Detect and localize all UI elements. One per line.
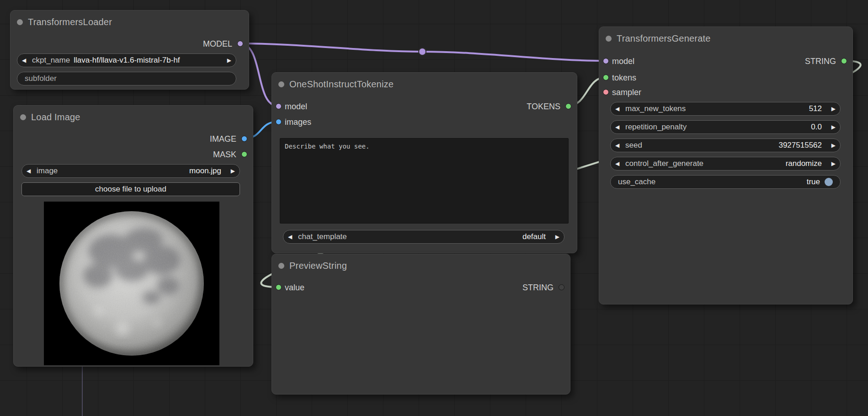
increment-arrow-icon[interactable]: ▶	[827, 139, 836, 152]
node-preview-string[interactable]: PreviewString value STRING	[272, 254, 570, 395]
prompt-textarea[interactable]: Describe what you see.	[280, 138, 569, 224]
node-oneshot-instruct-tokenize[interactable]: OneShotInstructTokenize model images TOK…	[272, 72, 577, 253]
increment-arrow-icon[interactable]: ▶	[227, 165, 235, 177]
choose-file-label: choose file to upload	[95, 185, 166, 194]
widget-ckpt-name[interactable]: ◀ ckpt_name llava-hf/llava-v1.6-mistral-…	[17, 53, 236, 67]
widget-value: 512	[809, 104, 822, 113]
collapse-dot-icon[interactable]	[17, 19, 23, 25]
widget-value: 3927515562	[778, 141, 822, 150]
model-output-port[interactable]	[237, 41, 243, 47]
string-output-port[interactable]	[559, 284, 564, 290]
widget-label: seed	[625, 141, 642, 150]
increment-arrow-icon[interactable]: ▶	[827, 157, 836, 170]
input-label-tokens: tokens	[612, 72, 636, 84]
collapse-dot-icon[interactable]	[606, 36, 612, 42]
widget-label: ckpt_name	[32, 56, 70, 65]
widget-image-file[interactable]: ◀ image moon.jpg ▶	[21, 164, 240, 178]
widget-label: image	[37, 166, 58, 176]
widget-seed[interactable]: ◀ seed 3927515562 ▶	[610, 139, 841, 152]
input-label-model: model	[285, 101, 307, 112]
node-editor-canvas[interactable]: TransformersLoader MODEL ◀ ckpt_name lla…	[0, 0, 868, 416]
wire-reroute-to-generate	[422, 52, 606, 61]
node-title: TransformersLoader	[28, 17, 112, 27]
output-label-model: MODEL	[203, 38, 232, 50]
input-label-images: images	[285, 116, 311, 128]
tokens-output-port[interactable]	[565, 103, 571, 109]
increment-arrow-icon[interactable]: ▶	[223, 54, 231, 67]
tokens-input-port[interactable]	[603, 75, 609, 80]
widget-use-cache[interactable]: use_cache true	[610, 175, 841, 189]
node-title: PreviewString	[289, 261, 347, 271]
node-title: TransformersGenerate	[617, 33, 711, 44]
node-title: Load Image	[31, 112, 80, 123]
decrement-arrow-icon[interactable]: ◀	[22, 54, 30, 67]
node-title-bar[interactable]: TransformersLoader	[11, 11, 249, 29]
input-label-sampler: sampler	[612, 86, 641, 98]
image-preview	[44, 202, 219, 365]
value-input-port[interactable]	[276, 284, 282, 290]
node-title-bar[interactable]: OneShotInstructTokenize	[272, 73, 577, 91]
collapse-dot-icon[interactable]	[278, 263, 284, 269]
node-transformers-loader[interactable]: TransformersLoader MODEL ◀ ckpt_name lla…	[10, 10, 249, 90]
node-title: OneShotInstructTokenize	[289, 79, 394, 90]
image-output-port[interactable]	[241, 136, 247, 142]
widget-max-new-tokens[interactable]: ◀ max_new_tokens 512 ▶	[610, 102, 841, 116]
node-title-bar[interactable]: Load Image	[14, 106, 253, 124]
widget-value: 0.0	[811, 123, 822, 132]
model-input-port[interactable]	[276, 103, 282, 109]
widget-label: control_after_generate	[625, 159, 703, 168]
collapse-dot-icon[interactable]	[278, 81, 284, 87]
decrement-arrow-icon[interactable]: ◀	[615, 157, 623, 170]
node-transformers-generate[interactable]: TransformersGenerate model tokens sample…	[599, 27, 853, 304]
increment-arrow-icon[interactable]: ▶	[827, 121, 836, 133]
subfolder-input[interactable]: subfolder	[17, 72, 236, 85]
increment-arrow-icon[interactable]: ▶	[827, 102, 836, 115]
increment-arrow-icon[interactable]: ▶	[551, 230, 559, 243]
widget-label: use_cache	[618, 177, 655, 187]
widget-label: max_new_tokens	[625, 104, 686, 113]
reroute-dot[interactable]	[419, 48, 426, 55]
decrement-arrow-icon[interactable]: ◀	[615, 139, 623, 152]
collapse-dot-icon[interactable]	[20, 114, 26, 120]
widget-value: true	[807, 177, 820, 187]
output-label-string: STRING	[522, 282, 554, 293]
decrement-arrow-icon[interactable]: ◀	[615, 121, 623, 133]
node-title-bar[interactable]: PreviewString	[272, 254, 570, 272]
model-input-port[interactable]	[603, 58, 609, 64]
choose-file-button[interactable]: choose file to upload	[21, 182, 240, 196]
widget-value: llava-hf/llava-v1.6-mistral-7b-hf	[74, 56, 180, 65]
wire-model-to-reroute	[240, 43, 422, 52]
output-label-string: STRING	[805, 55, 836, 67]
widget-value: moon.jpg	[189, 166, 221, 176]
decrement-arrow-icon[interactable]: ◀	[615, 102, 623, 115]
output-label-image: IMAGE	[210, 133, 236, 145]
mask-output-port[interactable]	[241, 151, 247, 157]
widget-label: repetition_penalty	[625, 123, 687, 132]
input-label-model: model	[612, 55, 634, 67]
moon-image	[44, 202, 219, 365]
output-label-tokens: TOKENS	[527, 101, 560, 112]
widget-value: default	[522, 232, 546, 241]
widget-chat-template[interactable]: ◀ chat_template default ▶	[283, 230, 564, 244]
string-output-port[interactable]	[841, 58, 847, 64]
widget-value: randomize	[786, 159, 822, 168]
node-title-bar[interactable]: TransformersGenerate	[599, 27, 852, 45]
output-label-mask: MASK	[213, 149, 236, 160]
images-input-port[interactable]	[276, 119, 282, 125]
node-load-image[interactable]: Load Image IMAGE MASK ◀ image moon.jpg ▶…	[13, 105, 253, 367]
widget-control-after-generate[interactable]: ◀ control_after_generate randomize ▶	[610, 157, 841, 171]
decrement-arrow-icon[interactable]: ◀	[288, 230, 296, 243]
input-placeholder: subfolder	[25, 74, 57, 83]
input-label-value: value	[285, 282, 304, 293]
boolean-toggle-icon[interactable]	[825, 178, 833, 186]
widget-label: chat_template	[298, 232, 347, 241]
sampler-input-port[interactable]	[603, 89, 609, 95]
widget-repetition-penalty[interactable]: ◀ repetition_penalty 0.0 ▶	[610, 120, 841, 134]
decrement-arrow-icon[interactable]: ◀	[27, 165, 35, 177]
